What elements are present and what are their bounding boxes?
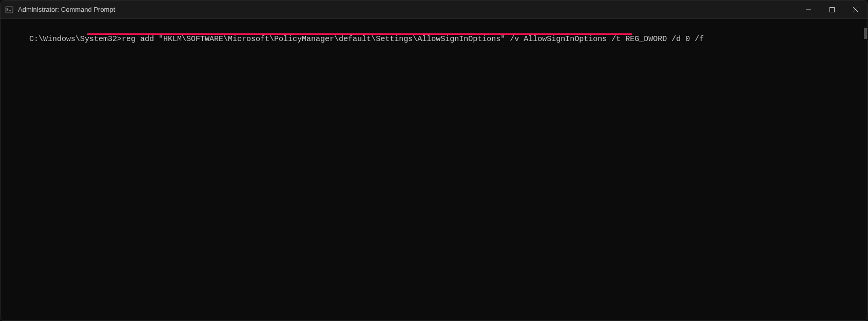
terminal-output-area[interactable]: C:\Windows\System32>reg add "HKLM\SOFTWA… <box>1 19 867 320</box>
command-prompt-window: Administrator: Command Prompt C:\Windows… <box>0 0 868 321</box>
command-text: reg add "HKLM\SOFTWARE\Microsoft\PolicyM… <box>122 35 704 44</box>
svg-rect-0 <box>6 7 13 13</box>
annotation-underline <box>87 33 632 35</box>
titlebar[interactable]: Administrator: Command Prompt <box>1 1 867 19</box>
prompt: C:\Windows\System32> <box>29 35 122 44</box>
cmd-icon <box>5 5 14 14</box>
minimize-button[interactable] <box>797 1 820 18</box>
command-line: C:\Windows\System32>reg add "HKLM\SOFTWA… <box>2 24 867 64</box>
close-button[interactable] <box>844 1 867 18</box>
window-title: Administrator: Command Prompt <box>18 6 797 13</box>
svg-rect-3 <box>830 7 835 12</box>
window-controls <box>797 1 867 18</box>
maximize-button[interactable] <box>820 1 844 18</box>
scrollbar-thumb[interactable] <box>864 28 867 39</box>
